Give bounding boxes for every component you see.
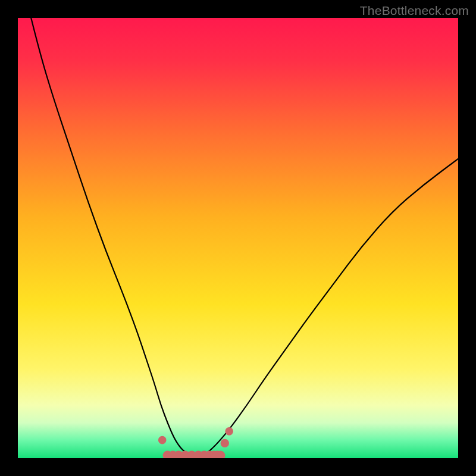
- watermark-text: TheBottleneck.com: [360, 4, 469, 18]
- bottleneck-curve: [18, 18, 458, 458]
- chart-stage: TheBottleneck.com: [0, 0, 476, 476]
